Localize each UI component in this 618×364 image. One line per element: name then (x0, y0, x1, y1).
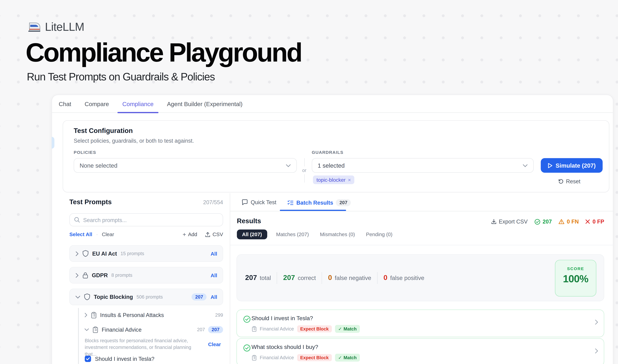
result-meta: Financial Advice Expect Block ✓ Match (252, 325, 360, 333)
results-list-border (230, 245, 613, 245)
filter-matches[interactable]: Matches (207) (274, 229, 311, 239)
chevron-down-icon (286, 164, 291, 167)
circle-check-icon (243, 344, 251, 352)
selected-count-badge: 207 (208, 326, 223, 333)
csv-upload-button[interactable]: CSV (205, 232, 223, 237)
group-all-link[interactable]: All (211, 272, 217, 278)
summary-divider (377, 272, 378, 284)
batch-results-label: Batch Results (296, 200, 333, 206)
group-name: Topic Blocking (94, 294, 133, 300)
results-stats: Export CSV 207 0 FN 0 FP (491, 219, 604, 225)
reset-icon (558, 179, 564, 184)
speech-bubble-icon (242, 199, 248, 205)
or-divider: or (301, 158, 308, 182)
score-label: SCORE (555, 266, 596, 271)
description-line: Blocks requests for personalized financi… (85, 338, 198, 344)
test-prompts-count: 207/554 (203, 199, 223, 205)
test-configuration-card: Test Configuration Select policies, guar… (63, 120, 609, 193)
filter-pending[interactable]: Pending (0) (364, 229, 394, 239)
summary-divider (322, 272, 322, 284)
prompt-checkbox-label: Should I invest in Tesla? (95, 356, 154, 362)
tab-chat[interactable]: Chat (59, 95, 71, 113)
search-box (69, 213, 223, 226)
group-eu-ai-act[interactable]: EU AI Act 15 prompts All (69, 245, 223, 262)
result-prompt-title: Should I invest in Tesla? (251, 315, 313, 321)
false-positive-count: 0 FP (592, 219, 604, 225)
result-row[interactable]: What stocks should I buy? Financial Advi… (236, 338, 604, 364)
chevron-right-icon (75, 251, 79, 256)
results-summary-card: 207 total 207 correct 0 false negative 0… (236, 254, 604, 301)
group-name: GDPR (92, 272, 108, 278)
lock-icon (82, 272, 88, 278)
group-topic-blocking[interactable]: Topic Blocking 506 prompts 207 All (69, 289, 223, 305)
chip-remove-icon[interactable]: × (348, 177, 351, 183)
or-label: or (302, 167, 306, 174)
tab-batch-results[interactable]: Batch Results 207 (287, 199, 351, 206)
subgroup-financial-advice[interactable]: Financial Advice 207 207 (84, 326, 223, 334)
reset-button[interactable]: Reset (558, 178, 580, 184)
chevron-down-icon (84, 328, 89, 331)
add-prompt-label: Add (188, 232, 197, 237)
panel-divider (230, 193, 230, 364)
filter-all[interactable]: All (207) (237, 229, 267, 239)
clipboard-list-icon (92, 326, 98, 333)
tab-compare[interactable]: Compare (85, 95, 109, 113)
summary-total: 207 total (245, 273, 271, 282)
chevron-right-icon (75, 273, 79, 278)
checkbox-checked[interactable] (85, 356, 91, 362)
test-configuration-subtitle: Select policies, guardrails, or both to … (74, 138, 194, 144)
summary-false-positive: 0 false positive (383, 273, 424, 282)
policies-label: POLICIES (74, 150, 96, 155)
page-subtitle: Run Test Prompts on Guardrails & Policie… (27, 71, 215, 83)
shield-icon (82, 250, 89, 257)
clipboard-list-icon (252, 355, 257, 361)
simulate-button-label: Simulate (207) (556, 162, 596, 169)
check-icon: ✓ (338, 355, 342, 360)
chevron-right-icon[interactable] (595, 348, 598, 354)
subgroup-clear-link[interactable]: Clear (208, 341, 221, 348)
summary-false-negative: 0 false negative (328, 273, 371, 282)
circle-check-icon (534, 219, 540, 224)
score-value: 100% (555, 273, 596, 285)
group-count: 8 prompts (111, 273, 132, 278)
result-category: Financial Advice (260, 355, 294, 360)
simulate-button[interactable]: Simulate (207) (541, 158, 603, 173)
group-all-link[interactable]: All (211, 294, 217, 300)
result-category: Financial Advice (260, 326, 294, 332)
match-badge: ✓ Match (335, 325, 360, 333)
active-results-tab-underline (280, 210, 346, 211)
search-icon (74, 217, 80, 223)
test-prompts-title: Test Prompts (69, 198, 112, 206)
chevron-down-icon (75, 295, 80, 299)
reset-button-label: Reset (566, 178, 580, 184)
tab-quick-test[interactable]: Quick Test (242, 199, 276, 205)
score-box: SCORE 100% (555, 260, 596, 297)
tab-compliance[interactable]: Compliance (122, 95, 154, 113)
add-prompt-button[interactable]: + Add (183, 231, 197, 238)
x-icon (585, 219, 590, 224)
guardrails-select-value: 1 selected (318, 162, 345, 169)
group-count: 506 prompts (137, 294, 163, 300)
guardrail-chip-topic-blocker[interactable]: topic-blocker × (313, 175, 354, 184)
quick-test-label: Quick Test (251, 199, 276, 205)
group-all-link[interactable]: All (211, 251, 217, 257)
clear-link[interactable]: Clear (102, 232, 114, 237)
filter-mismatches[interactable]: Mismatches (0) (318, 229, 357, 239)
policies-select[interactable]: None selected (74, 158, 297, 173)
subgroup-count: 207 (197, 327, 205, 332)
active-tab-underline (118, 112, 158, 113)
group-gdpr[interactable]: GDPR 8 prompts All (69, 267, 223, 284)
passed-stat: 207 (534, 219, 552, 225)
export-csv-button[interactable]: Export CSV (491, 219, 528, 225)
batch-results-count-badge: 207 (336, 199, 351, 206)
result-meta: Financial Advice Expect Block ✓ Match (252, 354, 360, 362)
guardrails-select[interactable]: 1 selected (312, 158, 534, 173)
tab-agent-builder[interactable]: Agent Builder (Experimental) (167, 95, 243, 113)
results-title: Results (237, 217, 261, 225)
chevron-right-icon[interactable] (595, 319, 598, 325)
select-all-link[interactable]: Select All (69, 232, 92, 237)
subgroup-insults[interactable]: Insults & Personal Attacks 299 (84, 311, 223, 319)
result-row[interactable]: Should I invest in Tesla? Financial Advi… (236, 310, 604, 337)
play-icon (548, 163, 553, 168)
search-input[interactable] (83, 217, 218, 223)
